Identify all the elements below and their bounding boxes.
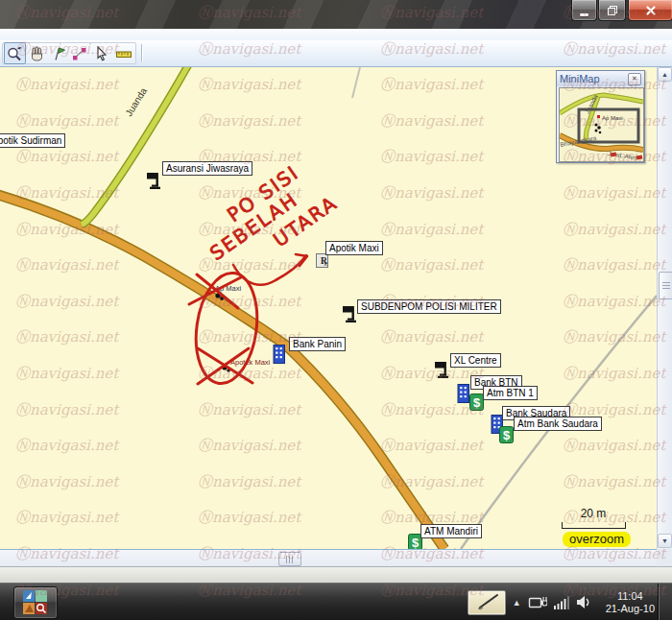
map-app-icon [23, 590, 48, 615]
poi-label-atm-btn-1[interactable]: Atm BTN 1 [483, 386, 538, 400]
pan-tool-button[interactable] [26, 42, 48, 64]
poi-marker-atm-btn-1[interactable]: $ [469, 393, 484, 415]
minimap-poi-label: Ap Maxi [602, 115, 623, 121]
minimize-icon [580, 13, 588, 16]
maximize-button[interactable] [598, 0, 626, 21]
toolbar-separator [141, 44, 142, 61]
ruler-icon [115, 45, 132, 62]
scrollbar-corner [657, 549, 672, 566]
flag-icon [146, 171, 162, 190]
poi-label-apotik-maxi[interactable]: Apotik Maxi [325, 241, 383, 255]
minimap-red-mark [636, 155, 642, 160]
restore-icon [607, 5, 618, 16]
svg-text:$: $ [503, 428, 511, 442]
zoom-tool-button[interactable] [4, 42, 26, 64]
poi-marker-subdenpom-polisi-militer[interactable] [342, 304, 358, 327]
minimap-header: MiniMap ✕ [557, 71, 644, 86]
road-label-juanda: Juanda [123, 85, 149, 118]
scroll-down-button[interactable]: ▼ [658, 534, 672, 548]
taskbar-clock[interactable]: 11:04 21-Aug-10 [600, 590, 655, 615]
green-flag-icon [50, 45, 67, 62]
minimap-canvas: Juanda Bhayangkara Jend. Ahm Ap Maxi [560, 88, 643, 161]
select-tool-button[interactable] [91, 42, 113, 64]
poi-label-xl-centre[interactable]: XL Centre [450, 353, 501, 368]
poi-label-apotik-sudirman[interactable]: Apotik Sudirman [0, 133, 65, 148]
poi-marker-apotik-maxi[interactable]: Rx [316, 253, 328, 272]
system-tray: ▲ 11:04 21-Aug-10 [468, 584, 655, 620]
vertical-scroll-thumb[interactable] [659, 272, 672, 299]
map-scale-label: 20 m [561, 507, 626, 520]
minimap-red-mark [611, 153, 616, 157]
pharmacy-rx-icon: Rx [316, 253, 328, 268]
map-viewport[interactable]: Juanda Ap Maxi Apotek Maxi PO SISI SEBEL… [0, 67, 657, 549]
route-tool-button[interactable] [69, 42, 91, 64]
annotation-arrow [233, 255, 306, 285]
svg-text:$: $ [412, 536, 420, 550]
flag-icon [434, 360, 450, 379]
crossed-poi-label-apotek-maxi: Apotek Maxi [230, 358, 271, 367]
poi-label-asuransi-jiwasraya[interactable]: Asuransi Jiwasraya [162, 161, 252, 176]
minimap-poi-marker [597, 115, 600, 118]
measure-tool-button[interactable] [112, 42, 134, 64]
clock-date: 21-Aug-10 [606, 603, 655, 615]
hand-icon [28, 45, 45, 62]
svg-text:$: $ [473, 395, 481, 410]
poi-label-atm-mandiri[interactable]: ATM Mandiri [420, 524, 482, 538]
scroll-up-button[interactable]: ▲ [658, 67, 672, 82]
poi-marker-bank-panin[interactable] [273, 344, 286, 369]
overzoom-badge: overzoom [563, 532, 631, 547]
dollar-atm-icon: $ [499, 426, 514, 443]
poi-label-bank-panin[interactable]: Bank Panin [289, 337, 346, 351]
poi-label-atm-bank-saudara[interactable]: Atm Bank Saudara [514, 417, 602, 431]
taskbar: ▲ 11:04 21-Aug-10 [0, 583, 672, 620]
route-icon [71, 45, 88, 62]
minimap-close-button[interactable]: ✕ [628, 73, 641, 85]
horizontal-scroll-thumb[interactable] [278, 552, 301, 566]
minimap-map[interactable]: Juanda Bhayangkara Jend. Ahm Ap Maxi [559, 87, 644, 162]
show-desktop-button[interactable] [658, 584, 672, 620]
road-juanda [82, 67, 188, 225]
waypoint-tool-button[interactable] [47, 42, 69, 64]
poi-label-subdenpom-polisi-militer[interactable]: SUBDENPOM POLISI MILITER [357, 299, 501, 314]
dollar-atm-icon: $ [469, 393, 484, 411]
annotation-text: PO SISI SEBELAH UTARA [205, 160, 342, 265]
magnifier-icon [6, 45, 23, 62]
window-controls [571, 0, 672, 21]
toolbar [0, 40, 672, 67]
clock-time: 11:04 [606, 590, 655, 603]
map-scale-bar [562, 522, 626, 529]
thumb-grip [286, 556, 294, 563]
minimap-title: MiniMap [560, 73, 628, 84]
battery-icon[interactable] [528, 593, 547, 612]
tool-group [2, 42, 136, 64]
building-icon [457, 383, 470, 404]
flag-icon [342, 304, 358, 323]
horizontal-scrollbar[interactable] [0, 549, 657, 566]
vertical-scrollbar[interactable]: ▲ ▼ [657, 67, 672, 549]
poi-marker-asuransi-jiwasraya[interactable] [146, 171, 162, 194]
building-icon [273, 344, 286, 365]
cursor-arrow-icon [93, 45, 110, 62]
minimap-panel: MiniMap ✕ Juanda Bhayangkara Jend. Ahm A… [556, 70, 645, 163]
tablet-pen-icon[interactable] [468, 590, 506, 615]
minimize-button[interactable] [571, 0, 597, 21]
show-hidden-icons-button[interactable]: ▲ [513, 598, 521, 608]
volume-icon[interactable] [576, 594, 593, 611]
thumb-grip [662, 282, 670, 290]
poi-marker-bank-btn[interactable] [457, 383, 470, 408]
poi-marker-xl-centre[interactable] [434, 360, 450, 383]
close-icon [645, 5, 657, 16]
taskbar-app-button[interactable] [13, 586, 58, 619]
window-bottom-edge [0, 566, 672, 583]
network-signal-icon[interactable] [554, 594, 569, 611]
road-minor-top [352, 67, 360, 98]
close-button[interactable] [628, 0, 672, 21]
poi-marker-atm-bank-saudara[interactable]: $ [499, 426, 514, 447]
menu-band [0, 29, 672, 40]
